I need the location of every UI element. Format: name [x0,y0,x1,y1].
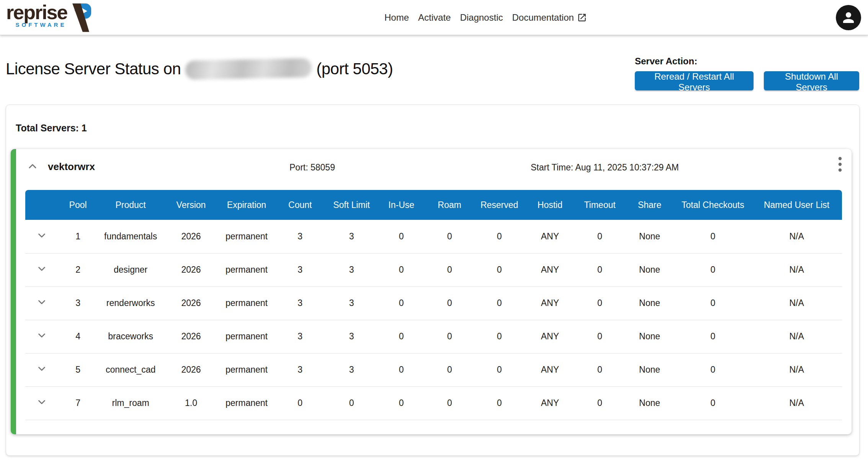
chevron-down-icon [36,230,47,241]
cell-expiration: permanent [219,386,274,420]
pool-row: 2designer2026permanent33000ANY0None0N/A [25,253,842,286]
column-header-roam: Roam [425,190,474,220]
shutdown-all-servers-button[interactable]: Shutdown All Servers [764,71,859,90]
pool-row: 3renderworks2026permanent33000ANY0None0N… [25,286,842,320]
cell-share: None [625,253,675,286]
cell-version: 2026 [163,320,219,353]
cell-hostid: ANY [525,286,575,320]
nav-home[interactable]: Home [384,12,409,23]
cell-named-user-list: N/A [751,353,842,386]
expand-row-button[interactable] [36,329,48,342]
cell-pool: 5 [58,353,98,386]
chevron-down-icon [36,263,47,275]
logo-wordmark: reprise [6,2,67,22]
cell-expand [25,253,58,286]
cell-share: None [625,220,675,253]
cell-pool: 7 [58,386,98,420]
column-header-reserved: Reserved [474,190,525,220]
expand-row-button[interactable] [36,263,48,275]
cell-in-use: 0 [377,386,425,420]
cell-product: braceworks [98,320,163,353]
cell-in-use: 0 [377,286,425,320]
cell-soft-limit: 0 [326,386,377,420]
server-card: vektorwrx Port: 58059 Start Time: Aug 11… [11,149,852,434]
cell-version: 2026 [163,353,219,386]
server-port: Port: 58059 [289,162,335,173]
cell-roam: 0 [425,320,474,353]
cell-version: 2026 [163,220,219,253]
nav-documentation[interactable]: Documentation [512,12,587,23]
reprise-r-mark-icon [68,3,92,33]
cell-pool: 4 [58,320,98,353]
page-title-suffix: (port 5053) [316,57,393,80]
cell-product: connect_cad [98,353,163,386]
cell-hostid: ANY [525,220,575,253]
reread-restart-all-servers-button[interactable]: Reread / Restart All Servers [635,71,754,90]
cell-reserved: 0 [474,353,525,386]
column-header-count: Count [275,190,326,220]
cell-timeout: 0 [575,353,624,386]
cell-roam: 0 [425,386,474,420]
cell-total-checkouts: 0 [675,386,752,420]
license-pools-table: Pool Product Version Expiration Count So… [25,190,842,420]
expand-row-button[interactable] [36,363,48,375]
table-header-row: Pool Product Version Expiration Count So… [25,190,842,220]
cell-reserved: 0 [474,220,525,253]
cell-product: fundamentals [98,220,163,253]
column-header-timeout: Timeout [575,190,624,220]
chevron-down-icon [36,363,47,375]
cell-roam: 0 [425,220,474,253]
cell-product: renderworks [98,286,163,320]
cell-named-user-list: N/A [751,220,842,253]
cell-version: 2026 [163,253,219,286]
cell-pool: 3 [58,286,98,320]
cell-version: 2026 [163,286,219,320]
column-header-version: Version [163,190,219,220]
chevron-down-icon [36,330,47,341]
cell-expand [25,286,58,320]
column-header-share: Share [625,190,675,220]
table-body: 1fundamentals2026permanent33000ANY0None0… [25,220,842,420]
cell-total-checkouts: 0 [675,353,752,386]
cell-timeout: 0 [575,386,624,420]
nav-activate[interactable]: Activate [418,12,451,23]
reprise-logo[interactable]: reprise SOFTWARE [6,2,92,33]
user-avatar-button[interactable] [836,5,861,30]
pool-row: 1fundamentals2026permanent33000ANY0None0… [25,220,842,253]
cell-named-user-list: N/A [751,320,842,353]
server-action-buttons: Reread / Restart All Servers Shutdown Al… [635,71,859,90]
pool-row: 5connect_cad2026permanent33000ANY0None0N… [25,353,842,386]
cell-expiration: permanent [219,320,274,353]
page-title: License Server Status on (port 5053) [6,57,393,80]
cell-reserved: 0 [474,253,525,286]
expand-row-button[interactable] [36,229,48,242]
cell-timeout: 0 [575,220,624,253]
expand-row-button[interactable] [36,296,48,308]
cell-roam: 0 [425,353,474,386]
cell-count: 3 [275,220,326,253]
cell-total-checkouts: 0 [675,286,752,320]
kebab-menu-icon [838,155,842,173]
collapse-server-button[interactable] [26,160,39,172]
total-servers-label: Total Servers: 1 [16,123,87,134]
cell-in-use: 0 [377,353,425,386]
cell-hostid: ANY [525,386,575,420]
external-link-icon [577,13,587,23]
cell-roam: 0 [425,286,474,320]
cell-share: None [625,353,675,386]
cell-share: None [625,386,675,420]
cell-expiration: permanent [219,220,274,253]
expand-row-button[interactable] [36,396,48,408]
pool-row: 4braceworks2026permanent33000ANY0None0N/… [25,320,842,353]
cell-share: None [625,320,675,353]
nav-diagnostic[interactable]: Diagnostic [460,12,503,23]
cell-total-checkouts: 0 [675,253,752,286]
server-status-bar [11,149,16,434]
cell-named-user-list: N/A [751,253,842,286]
server-menu-button[interactable] [832,155,848,174]
redacted-hostname [185,58,312,80]
cell-expand [25,320,58,353]
cell-reserved: 0 [474,286,525,320]
cell-total-checkouts: 0 [675,320,752,353]
cell-hostid: ANY [525,253,575,286]
